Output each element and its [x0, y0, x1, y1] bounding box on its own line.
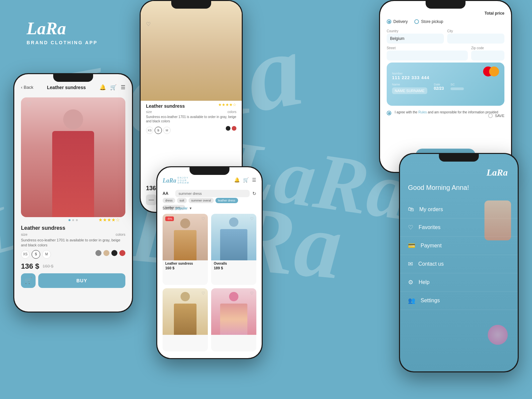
tag-summer[interactable]: summer overal [189, 198, 214, 203]
product-item-1[interactable]: -5% ♡ Leather sundress 160 $ [163, 214, 208, 285]
card-sc-input[interactable] [451, 87, 464, 90]
favorite-button[interactable]: ♡ [26, 101, 32, 108]
item-favorite-2[interactable]: ♡ [250, 216, 254, 221]
product-description: Sundress eco-leather 1701 is available t… [21, 238, 125, 248]
product-item-2[interactable]: ♡ Overalls 189 $ [211, 214, 256, 285]
item-name-1: Leather sundress [163, 260, 208, 265]
tag-dress[interactable]: dress [163, 198, 175, 203]
product-item-3[interactable]: ♡ [163, 288, 208, 352]
card-date: 02/23 [434, 86, 444, 91]
card-name-input[interactable]: NAME SURNAME [392, 87, 427, 94]
dot-3[interactable] [76, 219, 78, 221]
item-favorite-3[interactable]: ♡ [201, 291, 205, 296]
mc-orange [489, 66, 499, 76]
item-image-2 [211, 214, 256, 260]
color-selector [95, 250, 125, 259]
tag-leather-dress[interactable]: leather dress [215, 198, 238, 203]
menu-item-help[interactable]: ⚙ Help [400, 273, 518, 292]
color-label-2: colors [227, 110, 236, 114]
rules-link[interactable]: Rules [418, 110, 427, 114]
agree-radio[interactable] [387, 111, 391, 115]
settings-icon: 👥 [408, 297, 415, 304]
card-name-label: Name [392, 83, 427, 86]
cart-icon[interactable]: 🛒 [110, 84, 117, 90]
menu-icon[interactable]: ☰ [121, 84, 125, 90]
zip-field: Zip code [471, 46, 504, 61]
item-favorite-1[interactable]: ♡ [201, 216, 205, 221]
zip-input[interactable] [471, 51, 504, 61]
bell-icon-4[interactable]: 🔔 [234, 177, 240, 183]
size-xs[interactable]: XS [21, 250, 30, 259]
brand-area: LaRa BRAND CLOTHING APP [27, 20, 98, 45]
product-model-2 [141, 1, 242, 101]
cart-button[interactable]: 🛒 [21, 273, 36, 288]
agree-text: I agree with the Rules and am responsibl… [395, 110, 498, 115]
sort-chevron[interactable]: ▼ [189, 206, 192, 210]
size-s[interactable]: S [32, 250, 40, 259]
size-m-2[interactable]: M [163, 127, 171, 134]
city-field: City [447, 29, 504, 44]
color-red[interactable] [119, 250, 125, 256]
store-radio[interactable] [414, 19, 419, 24]
save-radio[interactable] [488, 113, 493, 118]
city-input[interactable] [447, 34, 504, 44]
item-price-1: 160 $ [163, 265, 208, 272]
font-size-control[interactable]: AA [163, 191, 173, 196]
help-icon: ⚙ [408, 279, 413, 286]
country-input[interactable]: Belgium [387, 34, 444, 44]
dot-2[interactable] [72, 219, 74, 221]
delivery-radio[interactable] [387, 19, 391, 24]
buy-button[interactable]: BUY [38, 273, 125, 288]
total-price-label: Total price [484, 11, 504, 16]
delivery-options: Delivery Store pickup [387, 19, 504, 24]
cart-icon-4[interactable]: 🛒 [243, 177, 249, 183]
nav-menu: 🛍 My orders ♡ Favorites 💳 Payment ✉ Cont… [400, 200, 518, 310]
color-black[interactable] [111, 250, 117, 256]
color-red-2[interactable] [232, 126, 236, 131]
color-beige[interactable] [103, 250, 109, 256]
product-item-4[interactable]: ♡ [211, 288, 256, 352]
item-price-4 [211, 336, 256, 339]
refresh-icon[interactable]: ↻ [252, 191, 256, 196]
sort-row: Sort by: popular ▼ [163, 206, 256, 210]
back-button[interactable]: ‹ Back [21, 85, 33, 90]
product-price: 136 $ [21, 262, 39, 271]
size-s-2[interactable]: S [155, 127, 162, 134]
dot-1[interactable] [68, 219, 70, 221]
menu-item-settings[interactable]: 👥 Settings [400, 292, 518, 310]
street-label: Street [387, 46, 468, 50]
page-title: Leather sundress [33, 85, 99, 90]
menu-icon-4[interactable]: ☰ [252, 177, 256, 183]
tag-suit[interactable]: suit [177, 198, 187, 203]
size-m[interactable]: M [42, 250, 51, 259]
card-details: Name NAME SURNAME Date 02/23 SC [392, 83, 499, 94]
favorite-button-2[interactable]: ♡ [146, 21, 151, 27]
search-input[interactable]: summer dress [175, 190, 250, 197]
delivery-label: Delivery [393, 19, 408, 24]
menu-item-payment[interactable]: 💳 Payment [400, 237, 518, 255]
delivery-option[interactable]: Delivery [387, 19, 408, 24]
store-pickup-option[interactable]: Store pickup [414, 19, 443, 24]
menu-item-orders[interactable]: 🛍 My orders [400, 200, 518, 218]
menu-item-favorites[interactable]: ♡ Favorites [400, 218, 518, 237]
color-black-2[interactable] [226, 126, 230, 131]
menu-item-contact[interactable]: ✉ Contact us [400, 255, 518, 273]
street-input[interactable] [387, 51, 468, 61]
browse-icons: 🔔 🛒 ☰ [234, 177, 256, 183]
size-xs-2[interactable]: XS [146, 127, 153, 134]
brand-logo: LaRa [27, 20, 98, 37]
sort-value[interactable]: popular [175, 206, 188, 210]
item-favorite-4[interactable]: ♡ [250, 291, 254, 296]
item-image-4 [211, 288, 256, 335]
size-label-2: size [146, 110, 152, 114]
bell-icon[interactable]: 🔔 [99, 84, 106, 90]
color-gray[interactable] [95, 250, 101, 256]
item-price-3 [163, 336, 208, 339]
product-info-2: Leather sundress size colors Sundress ec… [146, 101, 236, 134]
search-row: AA summer dress ↻ [163, 190, 256, 197]
minus-button[interactable]: — [146, 195, 157, 205]
store-label: Store pickup [421, 19, 443, 24]
app-logo-5: LaRa [486, 167, 508, 178]
agree-row: I agree with the Rules and am responsibl… [387, 110, 504, 115]
street-field: Street [387, 46, 468, 61]
